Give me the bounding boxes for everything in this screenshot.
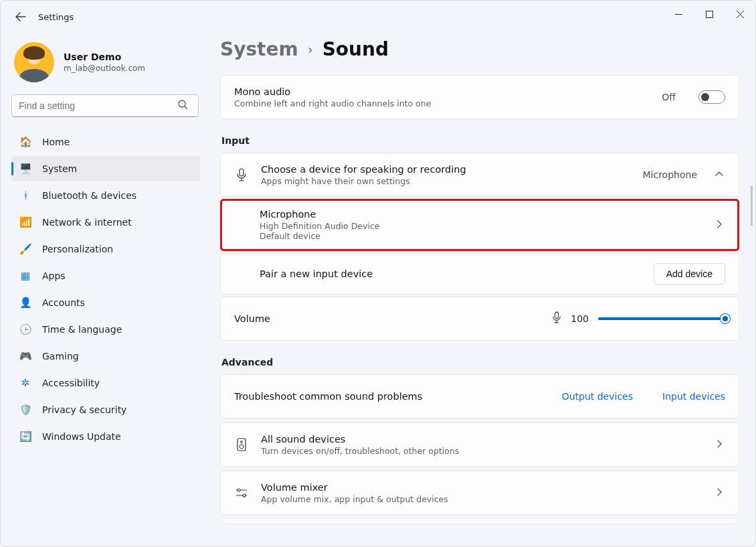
troubleshoot-card: Troubleshoot common sound problems Outpu…	[220, 374, 739, 418]
nav-label: Network & internet	[42, 217, 132, 228]
nav-label: Accessibility	[42, 378, 100, 388]
mixer-title: Volume mixer	[261, 482, 701, 493]
svg-point-8	[243, 494, 246, 497]
choose-title: Choose a device for speaking or recordin…	[261, 164, 631, 175]
slider-thumb[interactable]	[721, 314, 730, 323]
nav-accounts[interactable]: 👤Accounts	[11, 290, 200, 315]
partial-card	[220, 519, 739, 524]
nav-home[interactable]: 🏠Home	[11, 129, 200, 155]
content: System › Sound Mono audio Combine left a…	[208, 33, 755, 546]
avatar	[14, 42, 54, 82]
profile[interactable]: User Demo m_lab@outlook.com	[11, 38, 200, 94]
nav-apps[interactable]: ▦Apps	[11, 263, 200, 289]
close-button[interactable]	[725, 1, 755, 27]
profile-email: m_lab@outlook.com	[64, 64, 145, 73]
nav-personalization[interactable]: 🖌️Personalization	[11, 236, 200, 262]
nav-label: Accounts	[42, 297, 85, 308]
pair-title: Pair a new input device	[260, 268, 642, 279]
accessibility-icon: ✲	[19, 377, 31, 389]
maximize-button[interactable]	[694, 1, 725, 27]
advanced-header: Advanced	[221, 357, 739, 368]
svg-rect-3	[555, 312, 559, 319]
scrollbar[interactable]	[751, 185, 753, 226]
nav-time[interactable]: 🕒Time & language	[11, 317, 200, 342]
time-icon: 🕒	[19, 323, 31, 335]
nav-label: Privacy & security	[42, 404, 126, 415]
nav-label: Gaming	[42, 351, 79, 362]
mono-toggle[interactable]	[698, 90, 725, 104]
apps-icon: ▦	[19, 270, 31, 282]
search-input[interactable]	[11, 94, 199, 117]
nav: 🏠Home 🖥️System ᚼBluetooth & devices 📶Net…	[11, 129, 200, 449]
system-icon: 🖥️	[19, 163, 31, 175]
svg-rect-2	[240, 169, 244, 176]
search	[11, 94, 200, 117]
output-devices-link[interactable]: Output devices	[562, 391, 633, 402]
nav-bluetooth[interactable]: ᚼBluetooth & devices	[11, 183, 200, 208]
bluetooth-icon: ᚼ	[19, 189, 31, 202]
volume-value: 100	[571, 313, 589, 324]
svg-point-1	[179, 100, 185, 107]
add-device-button[interactable]: Add device	[654, 263, 725, 285]
input-devices-link[interactable]: Input devices	[662, 391, 725, 402]
svg-point-7	[238, 489, 240, 491]
microphone-title: Microphone	[260, 209, 701, 220]
input-header: Input	[221, 135, 739, 146]
back-button[interactable]	[9, 5, 33, 29]
choose-value: Microphone	[643, 169, 698, 180]
nav-label: Bluetooth & devices	[42, 190, 136, 201]
update-icon: 🔄	[19, 431, 31, 443]
chevron-right-icon	[713, 220, 725, 231]
window-title: Settings	[38, 12, 74, 22]
breadcrumb-parent[interactable]: System	[220, 38, 298, 60]
volume-slider[interactable]	[598, 317, 725, 320]
svg-point-6	[240, 445, 244, 449]
choose-sub: Apps might have their own settings	[261, 176, 631, 186]
nav-network[interactable]: 📶Network & internet	[11, 210, 200, 235]
nav-windows-update[interactable]: 🔄Windows Update	[11, 424, 200, 449]
microphone-icon	[234, 168, 249, 181]
microphone-line2: Default device	[260, 231, 701, 241]
breadcrumb: System › Sound	[220, 38, 739, 60]
volume-title: Volume	[234, 313, 540, 324]
nav-gaming[interactable]: 🎮Gaming	[11, 343, 200, 369]
nav-label: Home	[42, 137, 70, 147]
troubleshoot-title: Troubleshoot common sound problems	[234, 391, 533, 402]
volume-mixer-card[interactable]: Volume mixer App volume mix, app input &…	[220, 471, 739, 515]
mono-audio-card[interactable]: Mono audio Combine left and right audio …	[220, 75, 739, 119]
home-icon: 🏠	[19, 136, 31, 148]
gaming-icon: 🎮	[19, 350, 31, 362]
mono-title: Mono audio	[234, 86, 650, 97]
all-sound-devices-card[interactable]: All sound devices Turn devices on/off, t…	[220, 422, 739, 467]
nav-privacy[interactable]: 🛡️Privacy & security	[11, 397, 200, 422]
speaker-icon	[234, 438, 249, 451]
profile-name: User Demo	[64, 52, 145, 62]
privacy-icon: 🛡️	[19, 404, 31, 416]
chevron-right-icon: ›	[308, 42, 313, 58]
nav-accessibility[interactable]: ✲Accessibility	[11, 370, 200, 396]
mixer-icon	[234, 487, 249, 498]
microphone-icon[interactable]	[552, 311, 561, 326]
chevron-up-icon	[713, 169, 725, 181]
mixer-sub: App volume mix, app input & output devic…	[261, 494, 701, 504]
choose-input-card[interactable]: Choose a device for speaking or recordin…	[220, 153, 739, 197]
nav-label: Apps	[42, 270, 66, 281]
nav-system[interactable]: 🖥️System	[11, 156, 200, 181]
nav-label: Windows Update	[42, 431, 121, 442]
window-controls	[663, 1, 755, 27]
mono-state-label: Off	[662, 92, 676, 102]
accounts-icon: 👤	[19, 297, 31, 309]
svg-point-5	[241, 441, 243, 443]
nav-label: Personalization	[42, 244, 113, 254]
pair-device-card: Pair a new input device Add device	[220, 253, 739, 295]
breadcrumb-current: Sound	[322, 38, 389, 60]
close-icon	[737, 11, 744, 18]
microphone-device-card[interactable]: Microphone High Definition Audio Device …	[220, 199, 739, 251]
minimize-button[interactable]	[663, 1, 694, 27]
personalization-icon: 🖌️	[19, 243, 31, 255]
chevron-right-icon	[713, 487, 725, 499]
search-icon	[178, 100, 188, 112]
input-volume-card: Volume 100	[220, 297, 739, 341]
sidebar: User Demo m_lab@outlook.com 🏠Home 🖥️Syst…	[1, 33, 208, 546]
maximize-icon	[706, 11, 713, 18]
